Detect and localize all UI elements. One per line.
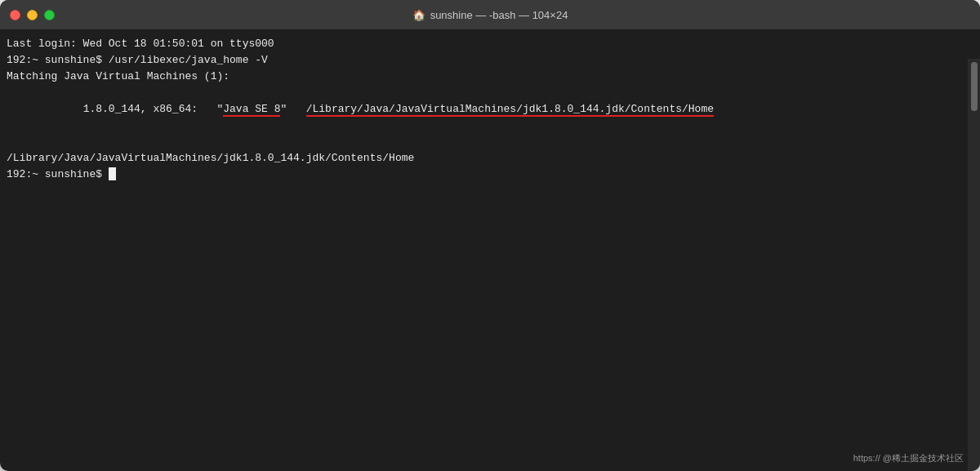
jvm-entry-sep: " bbox=[280, 103, 305, 115]
scrollbar-thumb[interactable] bbox=[971, 62, 978, 111]
login-line: Last login: Wed Oct 18 01:50:01 on ttys0… bbox=[7, 36, 964, 52]
prompt-line: 192:~ sunshine$ bbox=[7, 167, 964, 183]
close-button[interactable] bbox=[10, 10, 20, 20]
terminal-window: 🏠 sunshine — -bash — 104×24 Last login: … bbox=[0, 0, 980, 471]
jvm-path: /Library/Java/JavaVirtualMachines/jdk1.8… bbox=[306, 103, 714, 117]
command-line: 192:~ sunshine$ /usr/libexec/java_home -… bbox=[7, 52, 964, 69]
home-icon: 🏠 bbox=[412, 9, 425, 21]
window-title: 🏠 sunshine — -bash — 104×24 bbox=[412, 9, 568, 21]
jvm-entry-prefix: 1.8.0_144, x86_64: " bbox=[57, 103, 223, 115]
title-text: sunshine — -bash — 104×24 bbox=[430, 9, 568, 21]
scrollbar[interactable] bbox=[968, 59, 980, 471]
maximize-button[interactable] bbox=[44, 10, 55, 20]
blank-line bbox=[7, 134, 964, 150]
jvm-entry-line: 1.8.0_144, x86_64: "Java SE 8" /Library/… bbox=[7, 85, 964, 134]
cursor bbox=[109, 167, 116, 180]
terminal-body[interactable]: Last login: Wed Oct 18 01:50:01 on ttys0… bbox=[0, 29, 980, 189]
watermark: https:// @稀土掘金技术社区 bbox=[853, 452, 964, 464]
path-output-line: /Library/Java/JavaVirtualMachines/jdk1.8… bbox=[7, 150, 964, 167]
traffic-lights bbox=[10, 10, 55, 20]
matching-line: Matching Java Virtual Machines (1): bbox=[7, 69, 964, 85]
titlebar: 🏠 sunshine — -bash — 104×24 bbox=[0, 0, 980, 29]
minimize-button[interactable] bbox=[27, 10, 38, 20]
java-se-label: Java SE 8 bbox=[223, 103, 280, 117]
